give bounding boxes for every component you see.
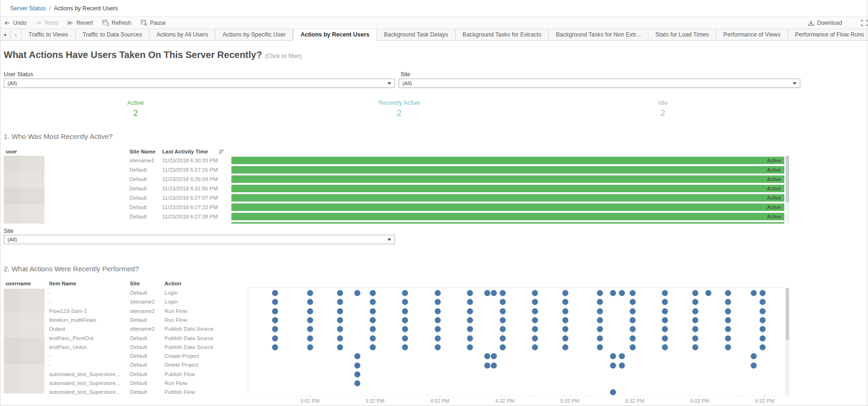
action-event-dot[interactable] <box>597 290 603 296</box>
action-event-dot[interactable] <box>532 326 538 332</box>
action-event-dot[interactable] <box>337 335 343 341</box>
action-event-dot[interactable] <box>370 308 376 314</box>
refresh-button[interactable]: Refresh <box>102 19 131 26</box>
site-filter-dropdown[interactable]: (All) <box>399 79 800 88</box>
action-event-dot[interactable] <box>370 335 376 341</box>
action-event-dot[interactable] <box>467 317 473 323</box>
action-event-dot[interactable] <box>597 326 603 332</box>
action-event-dot[interactable] <box>500 308 506 314</box>
action-event-dot[interactable] <box>662 317 668 323</box>
section2-scrollbar-thumb[interactable] <box>786 288 789 341</box>
action-event-dot[interactable] <box>751 290 757 296</box>
action-event-dot[interactable] <box>562 308 568 314</box>
action-event-dot[interactable] <box>692 317 698 323</box>
action-event-dot[interactable] <box>662 308 668 314</box>
active-status-bar[interactable]: Active <box>231 213 784 220</box>
action-event-dot[interactable] <box>597 299 603 305</box>
action-event-dot[interactable] <box>337 290 343 296</box>
action-event-dot[interactable] <box>402 326 408 332</box>
action-event-dot[interactable] <box>705 290 711 296</box>
action-event-dot[interactable] <box>402 335 408 341</box>
action-event-dot[interactable] <box>491 353 497 359</box>
col-header-item-name[interactable]: Item Name <box>49 281 76 286</box>
action-event-dot[interactable] <box>484 290 490 296</box>
action-event-dot[interactable] <box>597 317 603 323</box>
action-event-dot[interactable] <box>467 299 473 305</box>
action-event-dot[interactable] <box>597 308 603 314</box>
action-event-dot[interactable] <box>500 317 506 323</box>
action-event-dot[interactable] <box>435 335 441 341</box>
action-event-dot[interactable] <box>630 344 636 350</box>
tab-traffic-to-views[interactable]: Traffic to Views <box>22 29 76 40</box>
action-event-dot[interactable] <box>467 344 473 350</box>
action-event-dot[interactable] <box>307 317 313 323</box>
action-event-dot[interactable] <box>725 344 731 350</box>
action-event-dot[interactable] <box>562 299 568 305</box>
action-event-dot[interactable] <box>619 353 625 359</box>
action-event-dot[interactable] <box>562 326 568 332</box>
action-event-dot[interactable] <box>619 290 625 296</box>
action-event-dot[interactable] <box>370 299 376 305</box>
status-card-active[interactable]: Active2 <box>4 99 267 118</box>
user-status-filter-dropdown[interactable]: (All) <box>4 79 395 88</box>
action-event-dot[interactable] <box>337 317 343 323</box>
scroll-tabs-left-button[interactable]: ‹ <box>11 29 22 40</box>
action-event-dot[interactable] <box>370 344 376 350</box>
action-event-dot[interactable] <box>662 299 668 305</box>
action-event-dot[interactable] <box>354 290 360 296</box>
action-event-dot[interactable] <box>402 299 408 305</box>
action-event-dot[interactable] <box>597 335 603 341</box>
action-event-dot[interactable] <box>532 335 538 341</box>
action-event-dot[interactable] <box>725 326 731 332</box>
tab-actions-by-specific-user[interactable]: Actions by Specific User <box>215 29 293 40</box>
action-event-dot[interactable] <box>760 299 766 305</box>
action-event-dot[interactable] <box>630 326 636 332</box>
tab-performance-of-flow-runs[interactable]: Performance of Flow Runs <box>788 29 868 40</box>
action-event-dot[interactable] <box>307 290 313 296</box>
action-event-dot[interactable] <box>630 299 636 305</box>
action-event-dot[interactable] <box>435 344 441 350</box>
active-status-bar[interactable]: Active <box>231 194 784 202</box>
revert-button[interactable]: Revert <box>67 20 93 26</box>
action-event-dot[interactable] <box>630 335 636 341</box>
action-event-dot[interactable] <box>370 326 376 332</box>
action-event-dot[interactable] <box>610 389 616 395</box>
action-event-dot[interactable] <box>491 290 497 296</box>
action-event-dot[interactable] <box>402 308 408 314</box>
status-card-idle[interactable]: Idle2 <box>531 99 795 118</box>
col-header-site[interactable]: Site <box>130 281 140 286</box>
action-event-dot[interactable] <box>272 299 278 305</box>
action-event-dot[interactable] <box>630 317 636 323</box>
action-event-dot[interactable] <box>337 344 343 350</box>
action-event-dot[interactable] <box>337 308 343 314</box>
action-event-dot[interactable] <box>402 344 408 350</box>
action-event-dot[interactable] <box>484 362 490 369</box>
tab-overflow-menu-button[interactable]: ▾ <box>0 29 11 40</box>
action-event-dot[interactable] <box>610 290 616 296</box>
col-header-last-activity-time[interactable]: Last Activity Time <box>162 149 208 154</box>
action-event-dot[interactable] <box>402 290 408 296</box>
tab-traffic-to-data-sources[interactable]: Traffic to Data Sources <box>76 29 150 40</box>
action-event-dot[interactable] <box>467 290 473 296</box>
action-event-dot[interactable] <box>692 290 698 296</box>
action-event-dot[interactable] <box>467 326 473 332</box>
recent-actions-dot-plot[interactable]: -DefaultLogin-sitename2LoginFlow123-Sam-… <box>0 288 785 395</box>
action-event-dot[interactable] <box>272 344 278 350</box>
recently-active-table[interactable]: sitename211/23/2018 6:30:20 PMActiveDefa… <box>0 155 785 224</box>
action-event-dot[interactable] <box>435 299 441 305</box>
action-event-dot[interactable] <box>692 326 698 332</box>
breadcrumb-server-status-link[interactable]: Server Status <box>10 5 46 12</box>
action-event-dot[interactable] <box>354 362 360 369</box>
action-event-dot[interactable] <box>272 326 278 332</box>
action-event-dot[interactable] <box>272 317 278 323</box>
action-event-dot[interactable] <box>272 335 278 341</box>
tab-background-tasks-for-extracts[interactable]: Background Tasks for Extracts <box>456 29 549 40</box>
col-header-user[interactable]: user <box>6 149 17 154</box>
action-event-dot[interactable] <box>500 344 506 350</box>
sort-descending-icon[interactable] <box>219 149 224 155</box>
action-event-dot[interactable] <box>307 299 313 305</box>
action-event-dot[interactable] <box>760 326 766 332</box>
action-event-dot[interactable] <box>307 308 313 314</box>
action-event-dot[interactable] <box>500 290 506 296</box>
action-event-dot[interactable] <box>532 308 538 314</box>
